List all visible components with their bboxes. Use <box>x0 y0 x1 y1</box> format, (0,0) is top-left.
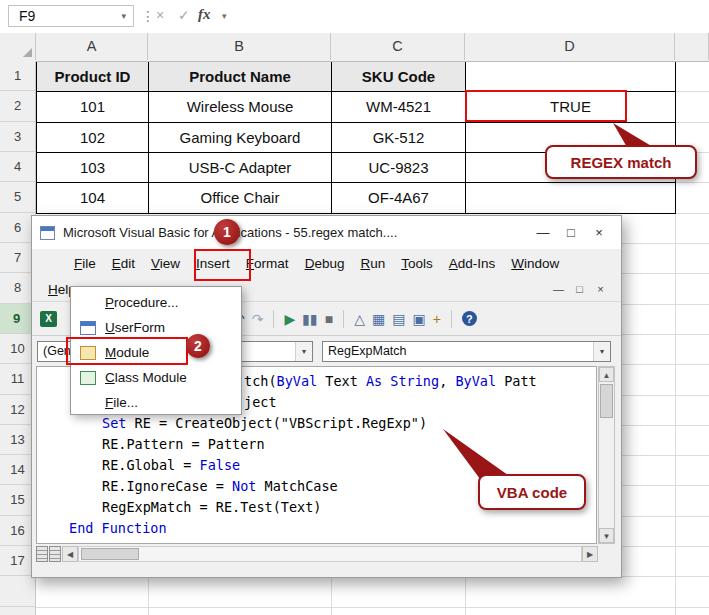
code-line: Set RE = CreateObject("VBScript.RegExp") <box>37 413 596 434</box>
menu-tools[interactable]: Tools <box>393 253 441 274</box>
cell-D5[interactable] <box>466 183 676 213</box>
vbe-titlebar[interactable]: Microsoft Visual Basic for Applications … <box>32 216 621 249</box>
row-header-14[interactable]: 14 <box>0 455 35 485</box>
cell-B3[interactable]: Gaming Keyboard <box>149 123 332 153</box>
row-header-16[interactable]: 16 <box>0 516 35 546</box>
chevron-down-icon[interactable]: ▾ <box>593 342 610 361</box>
break-icon[interactable]: ▮▮ <box>302 311 317 327</box>
row-header-6[interactable]: 6 <box>0 213 35 243</box>
cell-A5[interactable]: 104 <box>37 183 149 213</box>
insert-menu-item-label: UserForm <box>105 320 165 335</box>
row-header-8[interactable]: 8 <box>0 273 35 303</box>
row-header-1[interactable]: 1 <box>0 61 35 91</box>
column-header-d[interactable]: D <box>465 33 675 60</box>
row-header-15[interactable]: 15 <box>0 485 35 515</box>
code-text: Patt <box>496 373 537 389</box>
cell-A2[interactable]: 101 <box>37 92 149 122</box>
row-header-2[interactable]: 2 <box>0 91 35 121</box>
step-badge-1: 1 <box>214 219 240 245</box>
row-header-10[interactable]: 10 <box>0 334 35 364</box>
scrollbar-thumb[interactable] <box>81 548 139 560</box>
procedure-view-icon[interactable] <box>36 546 48 562</box>
toolbox-icon[interactable]: + <box>433 311 441 327</box>
insert-function-icon[interactable]: fx <box>198 6 211 23</box>
maximize-icon[interactable]: □ <box>557 225 585 240</box>
menu-add-ins[interactable]: Add-Ins <box>441 253 504 274</box>
row-header-4[interactable]: 4 <box>0 152 35 182</box>
horizontal-scrollbar[interactable]: ◀ ▶ <box>36 546 615 562</box>
row-header-9[interactable]: 9 <box>0 304 35 334</box>
cell-C1[interactable]: SKU Code <box>332 62 466 92</box>
row-header-3[interactable]: 3 <box>0 122 35 152</box>
reset-icon[interactable]: ■ <box>325 311 333 327</box>
chevron-down-icon: ▾ <box>222 11 227 21</box>
cell-B4[interactable]: USB-C Adapter <box>149 153 332 183</box>
insert-menu-item-procedure[interactable]: Procedure... <box>71 290 241 315</box>
highlight-box-insert <box>194 249 251 281</box>
row-header-12[interactable]: 12 <box>0 395 35 425</box>
menu-view[interactable]: View <box>143 253 188 274</box>
row-header-5[interactable]: 5 <box>0 182 35 212</box>
insert-menu-item-file[interactable]: File... <box>71 390 241 415</box>
cell-B5[interactable]: Office Chair <box>149 183 332 213</box>
child-restore-icon[interactable]: □ <box>569 283 590 295</box>
cell-D1[interactable] <box>466 62 676 92</box>
child-close-icon[interactable]: × <box>590 283 611 295</box>
cell-B2[interactable]: Wireless Mouse <box>149 92 332 122</box>
menu-run[interactable]: Run <box>352 253 393 274</box>
cell-C5[interactable]: OF-4A67 <box>332 183 466 213</box>
chevron-down-icon[interactable]: ▾ <box>295 342 312 361</box>
full-module-view-icon[interactable] <box>49 546 61 562</box>
row-header-7[interactable]: 7 <box>0 243 35 273</box>
close-icon[interactable]: × <box>585 225 613 240</box>
properties-window-icon[interactable]: ▤ <box>392 311 405 327</box>
column-header[interactable] <box>675 33 709 60</box>
row-header-11[interactable]: 11 <box>0 364 35 394</box>
help-icon[interactable]: ? <box>462 311 477 326</box>
separator <box>343 310 344 328</box>
column-header-b[interactable]: B <box>148 33 331 60</box>
cell-C3[interactable]: GK-512 <box>332 123 466 153</box>
project-explorer-icon[interactable]: ▦ <box>372 311 385 327</box>
column-header-c[interactable]: C <box>331 33 465 60</box>
row-header[interactable] <box>0 576 35 606</box>
cell-C4[interactable]: UC-9823 <box>332 153 466 183</box>
scroll-down-icon[interactable]: ▼ <box>599 528 614 543</box>
name-box[interactable]: F9 ▾ <box>8 5 134 27</box>
code-keyword: Not <box>232 478 256 494</box>
child-minimize-icon[interactable]: — <box>548 283 569 295</box>
code-keyword: String <box>390 373 439 389</box>
cell-A4[interactable]: 103 <box>37 153 149 183</box>
procedure-combo[interactable]: RegExpMatch ▾ <box>322 341 611 362</box>
scroll-left-icon[interactable]: ◀ <box>62 546 78 562</box>
name-box-dropdown-icon[interactable]: ▾ <box>121 11 133 21</box>
column-header-a[interactable]: A <box>36 33 148 60</box>
scroll-right-icon[interactable]: ▶ <box>582 546 598 562</box>
design-mode-icon[interactable]: △ <box>354 311 365 327</box>
menu-edit[interactable]: Edit <box>104 253 143 274</box>
cell-C2[interactable]: WM-4521 <box>332 92 466 122</box>
row-header-17[interactable]: 17 <box>0 546 35 576</box>
scroll-up-icon[interactable]: ▲ <box>599 367 614 382</box>
scrollbar-thumb[interactable] <box>600 384 613 418</box>
run-icon[interactable]: ▶ <box>284 311 295 327</box>
cancel-icon[interactable]: × <box>156 7 164 23</box>
redo-icon[interactable]: ↷ <box>252 311 264 327</box>
menu-file[interactable]: File <box>66 253 104 274</box>
cell-B1[interactable]: Product Name <box>149 62 332 92</box>
row-header[interactable] <box>0 607 35 615</box>
minimize-icon[interactable]: — <box>529 225 557 240</box>
object-browser-icon[interactable]: ▣ <box>412 311 425 327</box>
code-keyword: As <box>366 373 382 389</box>
insert-menu-item-class-module[interactable]: Class Module <box>71 365 241 390</box>
view-excel-icon[interactable]: X <box>40 311 57 327</box>
cell-A1[interactable]: Product ID <box>37 62 149 92</box>
menu-debug[interactable]: Debug <box>297 253 353 274</box>
cell-A3[interactable]: 102 <box>37 123 149 153</box>
menu-window[interactable]: Window <box>503 253 567 274</box>
enter-icon[interactable]: ✓ <box>178 7 190 23</box>
row-header-13[interactable]: 13 <box>0 425 35 455</box>
select-all-button[interactable] <box>0 33 36 60</box>
vertical-scrollbar[interactable]: ▲ ▼ <box>598 366 615 544</box>
scrollbar-track[interactable] <box>78 546 582 562</box>
